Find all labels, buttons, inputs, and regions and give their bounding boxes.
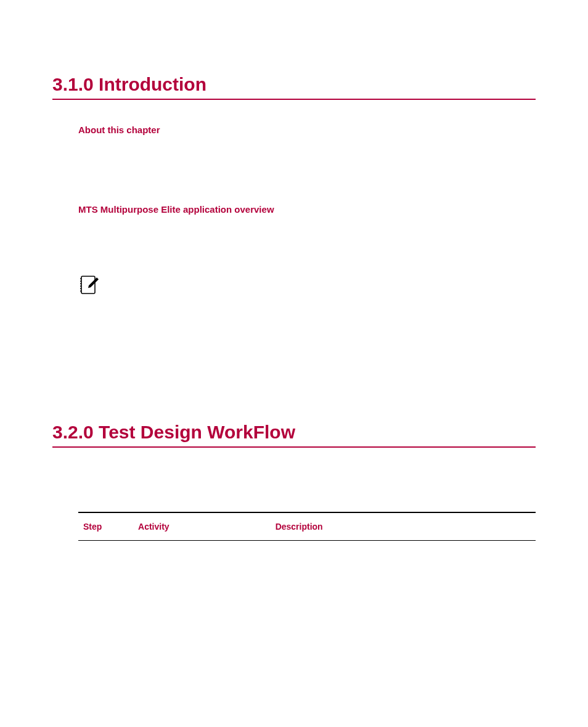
subheading-app-overview: MTS Multipurpose Elite application overv… xyxy=(78,204,536,215)
workflow-table: Step Activity Description xyxy=(78,512,536,541)
table-header-step: Step xyxy=(78,512,133,541)
table-header-activity: Activity xyxy=(133,512,271,541)
table-header-description: Description xyxy=(271,512,536,541)
section-heading-introduction: 3.1.0 Introduction xyxy=(52,74,536,100)
subheading-about-chapter: About this chapter xyxy=(78,125,536,135)
section-heading-workflow: 3.2.0 Test Design WorkFlow xyxy=(52,422,536,448)
note-icon xyxy=(78,274,100,296)
note-block xyxy=(78,274,536,298)
workflow-table-wrap: Step Activity Description xyxy=(78,512,536,541)
workflow-intro-paragraph xyxy=(78,472,536,497)
